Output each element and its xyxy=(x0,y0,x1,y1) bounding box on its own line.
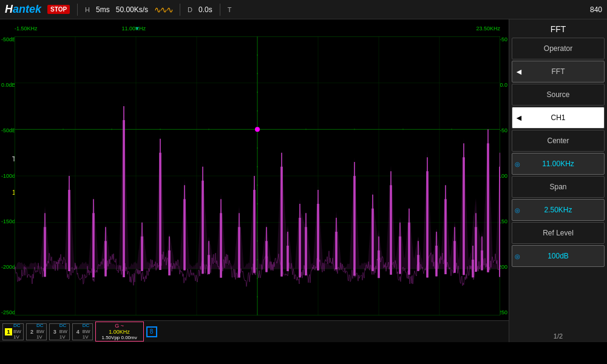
ch4-number: 4 xyxy=(75,328,81,335)
ch4-volt: 1V xyxy=(83,334,90,340)
ref-value-row[interactable]: ◎ 100dB xyxy=(512,245,605,267)
ch1-dc: DC xyxy=(13,323,21,329)
fft-value: FFT xyxy=(516,67,600,76)
d-label: D xyxy=(188,6,192,13)
delay-value: 0.0s xyxy=(198,5,212,14)
span-row: Span xyxy=(512,176,605,198)
ch1-info: DC BW 1V xyxy=(13,323,21,340)
statusbar: 1 DC BW 1V 2 DC BW 1V 3 D xyxy=(0,320,509,342)
ref-value: 100dB xyxy=(516,252,600,260)
page-indicator: 1/2 xyxy=(512,332,605,340)
arrow-left-ch-icon: ◄ xyxy=(515,113,523,123)
ref-label: Ref Level xyxy=(516,229,600,237)
center-label: Center xyxy=(516,136,600,145)
center-value: 11.00KHz xyxy=(516,160,600,168)
gen-amp: 1.50Vpp 0.00mv xyxy=(101,335,137,340)
stop-button[interactable]: STOP xyxy=(47,5,70,14)
trigger-value: 840 xyxy=(590,5,602,14)
span-label: Span xyxy=(516,183,600,191)
fft-row[interactable]: ◄ FFT xyxy=(512,61,605,83)
freq-center: 11.00KHz xyxy=(121,25,146,32)
gen-status: G ~ 1.00KHz 1.50Vpp 0.00mv xyxy=(95,322,144,342)
ch3-bw: BW xyxy=(59,329,67,335)
h-label: H xyxy=(85,6,90,13)
ch2-dc: DC xyxy=(36,323,44,329)
ch4-dc: DC xyxy=(83,323,90,329)
ch2-info: DC BW 1V xyxy=(36,323,44,340)
screen-container: -1.50KHz ▼ 11.00KHz 23.50KHz -50dB 0.0dB… xyxy=(0,19,509,342)
ch3-number: 3 xyxy=(52,328,58,335)
blue-indicator: 8 xyxy=(146,326,157,337)
main-area: -1.50KHz ▼ 11.00KHz 23.50KHz -50dB 0.0dB… xyxy=(0,19,607,342)
freq-left: -1.50KHz xyxy=(15,25,38,32)
ch4-info: DC BW 1V xyxy=(83,323,90,340)
ch2-volt: 1V xyxy=(36,334,44,340)
center-row: Center xyxy=(512,130,605,152)
panel-title: FFT xyxy=(512,22,605,36)
blue-label: 8 xyxy=(150,328,154,335)
center-value-row[interactable]: ◎ 11.00KHz xyxy=(512,153,605,175)
ch4-bw: BW xyxy=(83,329,90,335)
ch1-volt: 1V xyxy=(13,334,21,340)
waveform-canvas xyxy=(15,36,500,315)
source-label: Source xyxy=(516,90,600,99)
span-value-row[interactable]: ◎ 2.50KHz xyxy=(512,199,605,221)
freq-labels: -1.50KHz ▼ 11.00KHz 23.50KHz xyxy=(15,25,500,32)
ch3-info: DC BW 1V xyxy=(59,323,67,340)
source-row: Source xyxy=(512,84,605,106)
ch2-number: 2 xyxy=(29,328,35,335)
ref-level-row: Ref Level xyxy=(512,222,605,244)
brand-logo: Hantek xyxy=(5,3,41,16)
wave-icon: ∿∿∿ xyxy=(154,5,172,15)
freq-right: 23.50KHz xyxy=(476,25,500,32)
right-panel: FFT Operator ◄ FFT Source ◄ CH1 Center ◎… xyxy=(509,19,607,342)
samplerate-value: 50.00Ks/s xyxy=(116,5,148,14)
ch1-number: 1 xyxy=(5,328,12,335)
ch3-volt: 1V xyxy=(59,334,67,340)
knob-icon: ◎ xyxy=(515,161,520,167)
operator-row: Operator xyxy=(512,38,605,59)
topbar: Hantek STOP H 5ms 50.00Ks/s ∿∿∿ D 0.0s T… xyxy=(0,0,607,19)
operator-label: Operator xyxy=(516,44,600,53)
ch1-row[interactable]: ◄ CH1 xyxy=(512,107,605,129)
ch3-dc: DC xyxy=(59,323,67,329)
span-knob-icon: ◎ xyxy=(515,207,520,214)
ref-knob-icon: ◎ xyxy=(515,253,520,260)
ch2-bw: BW xyxy=(36,329,44,335)
span-value: 2.50KHz xyxy=(516,206,600,214)
t-label: T xyxy=(228,6,232,13)
ch2-status: 2 DC BW 1V xyxy=(26,323,47,340)
gen-freq: 1.00KHz xyxy=(109,329,130,335)
ch4-status: 4 DC BW 1V xyxy=(72,323,93,340)
ch1-status: 1 DC BW 1V xyxy=(2,323,24,340)
ch3-status: 3 DC BW 1V xyxy=(49,323,70,340)
ch1-bw: BW xyxy=(13,329,21,335)
source-value: CH1 xyxy=(516,113,600,122)
arrow-left-icon: ◄ xyxy=(515,67,523,76)
timebase-value: 5ms xyxy=(96,5,110,14)
